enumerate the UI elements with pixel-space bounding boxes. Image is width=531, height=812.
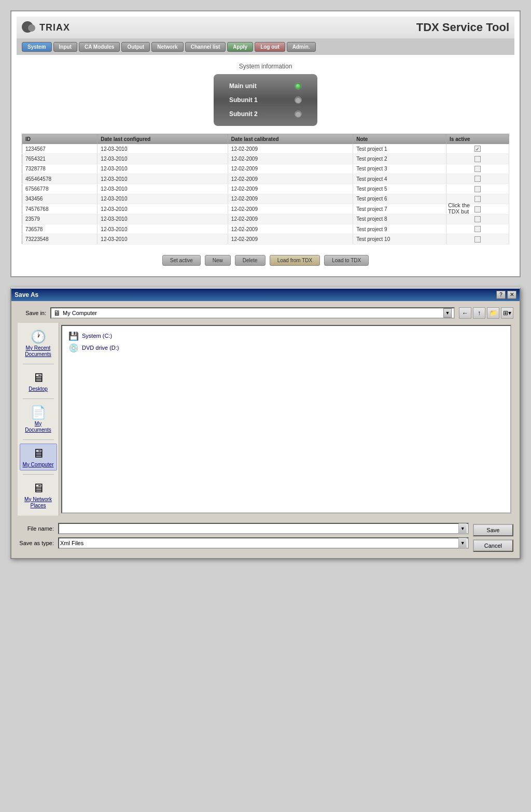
cell-date-cal: 12-02-2009 <box>228 164 353 174</box>
table-row[interactable]: 7654321 12-03-2010 12-02-2009 Test proje… <box>22 154 509 164</box>
dvd-d-icon: 💿 <box>68 343 79 353</box>
unit-row-main: Main unit <box>229 79 302 93</box>
cell-date-conf: 12-03-2010 <box>97 174 228 184</box>
nav-system[interactable]: System <box>22 42 52 52</box>
nav-ca-modules[interactable]: CA Modules <box>79 42 120 52</box>
back-button[interactable]: ← <box>459 307 471 319</box>
active-checkbox[interactable] <box>474 226 481 232</box>
table-row[interactable]: 73223548 12-03-2010 12-02-2009 Test proj… <box>22 234 509 244</box>
cell-active[interactable] <box>446 144 509 154</box>
nav-bar: System Input CA Modules Output Network C… <box>17 39 514 55</box>
logo-circle-small <box>28 24 35 32</box>
sidebar-item-network-places[interactable]: 🖥 My Network Places <box>20 478 57 511</box>
top-app-section: TRIAX TDX Service Tool System Input CA M… <box>10 10 521 277</box>
dialog-close-button[interactable]: ✕ <box>507 291 516 299</box>
load-from-tdx-button[interactable]: Load from TDX <box>270 255 320 266</box>
nav-network[interactable]: Network <box>151 42 183 52</box>
network-places-icon: 🖥 <box>32 481 45 495</box>
view-button[interactable]: ⊞▾ <box>501 307 513 319</box>
cell-id: 1234567 <box>22 144 97 154</box>
nav-input[interactable]: Input <box>53 42 77 52</box>
desktop-label: Desktop <box>29 386 48 392</box>
my-documents-label: My Documents <box>22 421 54 433</box>
save-type-arrow[interactable]: ▼ <box>458 538 467 548</box>
new-button[interactable]: New <box>205 255 231 266</box>
dialog-bottom-fields: File name: ▼ Save as type: Xml Files ▼ <box>18 520 469 552</box>
system-info-section: System information Main unit Subunit 1 S… <box>17 55 514 134</box>
dialog-help-button[interactable]: ? <box>496 291 506 299</box>
table-row[interactable]: 455464578 12-03-2010 12-02-2009 Test pro… <box>22 174 509 184</box>
triax-logo: TRIAX <box>22 21 70 34</box>
up-button[interactable]: ↑ <box>473 307 485 319</box>
cell-active[interactable] <box>446 154 509 164</box>
active-checkbox[interactable] <box>474 216 481 222</box>
table-row[interactable]: 343456 12-03-2010 12-02-2009 Test projec… <box>22 194 509 204</box>
cell-note: Test project 10 <box>353 234 446 244</box>
cell-date-cal: 12-02-2009 <box>228 144 353 154</box>
desktop-icon: 🖥 <box>32 371 45 385</box>
new-folder-button[interactable]: 📁 <box>487 307 499 319</box>
cell-date-conf: 12-03-2010 <box>97 204 228 214</box>
sidebar-item-desktop[interactable]: 🖥 Desktop <box>20 368 57 395</box>
nav-apply[interactable]: Apply <box>227 42 253 52</box>
table-row[interactable]: 1234567 12-03-2010 12-02-2009 Test proje… <box>22 144 509 154</box>
cell-note: Test project 9 <box>353 224 446 234</box>
cell-active[interactable] <box>446 234 509 244</box>
cell-date-cal: 12-02-2009 <box>228 234 353 244</box>
table-row[interactable]: 736578 12-03-2010 12-02-2009 Test projec… <box>22 224 509 234</box>
table-row[interactable]: 7328778 12-03-2010 12-02-2009 Test proje… <box>22 164 509 174</box>
col-date-conf: Date last configured <box>97 134 228 145</box>
save-button[interactable]: Save <box>473 524 513 536</box>
delete-button[interactable]: Delete <box>235 255 266 266</box>
file-name-input[interactable] <box>60 525 458 532</box>
table-row[interactable]: 67566778 12-03-2010 12-02-2009 Test proj… <box>22 184 509 194</box>
save-in-dropdown[interactable]: 🖥 My Computer ▼ <box>50 307 455 319</box>
active-checkbox[interactable] <box>474 236 481 243</box>
cell-note: Test project 3 <box>353 164 446 174</box>
file-name-arrow[interactable]: ▼ <box>458 523 467 534</box>
cell-active[interactable] <box>446 164 509 174</box>
active-checkbox[interactable] <box>474 186 481 192</box>
sidebar-item-my-documents[interactable]: 📄 My Documents <box>20 403 57 436</box>
cell-note: Test project 1 <box>353 144 446 154</box>
bottom-row: File name: ▼ Save as type: Xml Files ▼ <box>18 520 513 552</box>
active-checkbox[interactable] <box>474 166 481 172</box>
save-type-input-wrapper: Xml Files ▼ <box>58 537 469 549</box>
nav-channel-list[interactable]: Channel list <box>185 42 226 52</box>
sidebar-item-recent-docs[interactable]: 🕐 My Recent Documents <box>20 327 57 360</box>
toolbar-icons: ← ↑ 📁 ⊞▾ <box>459 307 513 319</box>
active-checkbox[interactable] <box>474 176 481 182</box>
save-type-value: Xml Files <box>60 540 458 546</box>
triax-logo-text: TRIAX <box>39 22 70 33</box>
nav-logout[interactable]: Log out <box>255 42 285 52</box>
system-c-name: System (C:) <box>82 333 112 339</box>
cell-active[interactable] <box>446 224 509 234</box>
active-checkbox[interactable] <box>474 156 481 162</box>
app-title: TDX Service Tool <box>416 21 509 34</box>
cell-active[interactable] <box>446 184 509 194</box>
table-row[interactable]: 74576768 12-03-2010 12-02-2009 Test proj… <box>22 204 509 214</box>
network-places-label: My Network Places <box>22 496 54 509</box>
active-checkbox[interactable] <box>474 146 481 152</box>
sidebar-item-my-computer[interactable]: 🖥 My Computer <box>20 444 57 471</box>
set-active-button[interactable]: Set active <box>162 255 201 266</box>
nav-output[interactable]: Output <box>121 42 150 52</box>
cell-date-conf: 12-03-2010 <box>97 214 228 224</box>
nav-admin[interactable]: Admin. <box>287 42 316 52</box>
cell-date-cal: 12-02-2009 <box>228 174 353 184</box>
save-type-label: Save as type: <box>18 540 54 546</box>
cell-date-conf: 12-03-2010 <box>97 194 228 204</box>
cell-active[interactable] <box>446 214 509 224</box>
cancel-button[interactable]: Cancel <box>473 539 513 552</box>
save-as-dialog: Save As ? ✕ Save in: 🖥 My Computer ▼ ← ↑… <box>10 288 521 559</box>
unit-main-indicator <box>295 82 302 90</box>
data-table-section: ID Date last configured Date last calibr… <box>17 134 514 250</box>
cell-date-conf: 12-03-2010 <box>97 144 228 154</box>
cell-active[interactable] <box>446 174 509 184</box>
save-in-arrow[interactable]: ▼ <box>443 308 452 318</box>
active-checkbox[interactable] <box>474 196 481 202</box>
table-row[interactable]: 23579 12-03-2010 12-02-2009 Test project… <box>22 214 509 224</box>
file-item-system-c[interactable]: 💾 System (C:) <box>66 330 506 342</box>
load-to-tdx-button[interactable]: Load to TDX <box>324 255 369 266</box>
file-item-dvd-d[interactable]: 💿 DVD drive (D:) <box>66 342 506 354</box>
